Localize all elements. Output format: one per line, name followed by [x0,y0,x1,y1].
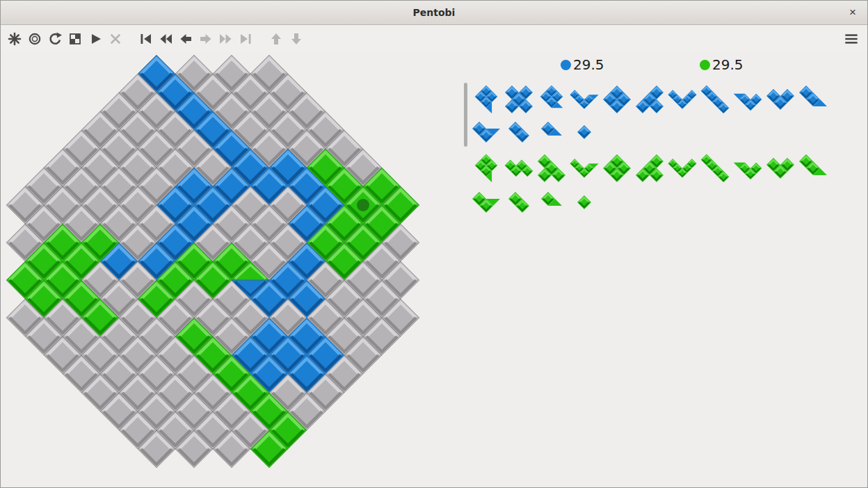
piece-blue-n5[interactable] [569,84,600,115]
piece-blue-i4[interactable] [700,84,730,115]
piece-green-m1h[interactable] [536,187,567,218]
green-score-value: 29.5 [712,56,744,73]
pieces-scrollbar[interactable] [464,83,467,147]
green-score: 29.5 [700,56,744,73]
piece-blue-o4[interactable] [602,84,632,115]
go-beginning-icon[interactable] [136,29,156,49]
piece-blue-one[interactable] [569,117,600,147]
piece-blue-i2h[interactable] [798,84,828,115]
blue-score-value: 29.5 [573,56,604,73]
game-board[interactable] [1,52,432,488]
menu-icon[interactable] [841,29,862,48]
piece-green-one[interactable] [569,187,600,218]
title-bar: Pentobi × [1,1,867,25]
close-icon[interactable]: × [845,5,860,20]
piece-blue-x5[interactable] [504,84,534,115]
play-icon[interactable] [86,29,106,49]
piece-blue-p5[interactable] [471,84,501,115]
blue-player-dot [561,60,571,70]
piece-green-l2h[interactable] [471,187,501,218]
piece-green-o4[interactable] [602,153,632,184]
go-forward10-icon[interactable] [216,29,236,49]
piece-blue-l4[interactable] [634,84,665,115]
piece-blue-tri3[interactable] [732,84,763,115]
piece-green-n5[interactable] [569,153,600,184]
piece-green-y4[interactable] [536,153,567,184]
go-back10-icon[interactable] [156,29,176,49]
piece-blue-l2h[interactable] [471,117,501,147]
go-forward-icon[interactable] [196,29,216,49]
piece-green-l4[interactable] [634,153,665,184]
window-title: Pentobi [413,7,456,18]
computer-colors-icon[interactable] [65,29,86,49]
piece-green-v5[interactable] [667,153,698,184]
piece-green-d2[interactable] [504,187,534,218]
new-game-icon[interactable] [5,29,25,49]
piece-blue-m1h[interactable] [536,117,567,147]
piece-blue-d2[interactable] [504,117,534,147]
hamburger-icon [842,30,860,48]
piece-green-i2h[interactable] [798,153,828,184]
variation-down-icon[interactable] [287,29,307,49]
piece-blue-v3[interactable] [765,84,796,115]
go-end-icon[interactable] [236,29,257,49]
undo-icon[interactable] [45,29,65,49]
piece-green-tri3[interactable] [732,153,763,184]
piece-blue-t5[interactable] [536,84,567,115]
piece-green-i4[interactable] [700,153,730,184]
go-back-icon[interactable] [176,29,196,49]
variation-up-icon[interactable] [266,29,287,49]
piece-blue-v5[interactable] [667,84,698,115]
piece-green-p5[interactable] [471,153,501,184]
rated-game-icon[interactable] [25,29,45,49]
blue-score: 29.5 [561,56,604,73]
piece-green-w4[interactable] [504,153,534,184]
piece-green-v3[interactable] [765,153,796,184]
green-player-dot [700,60,710,70]
stop-icon[interactable] [106,29,126,49]
toolbar [1,25,867,52]
